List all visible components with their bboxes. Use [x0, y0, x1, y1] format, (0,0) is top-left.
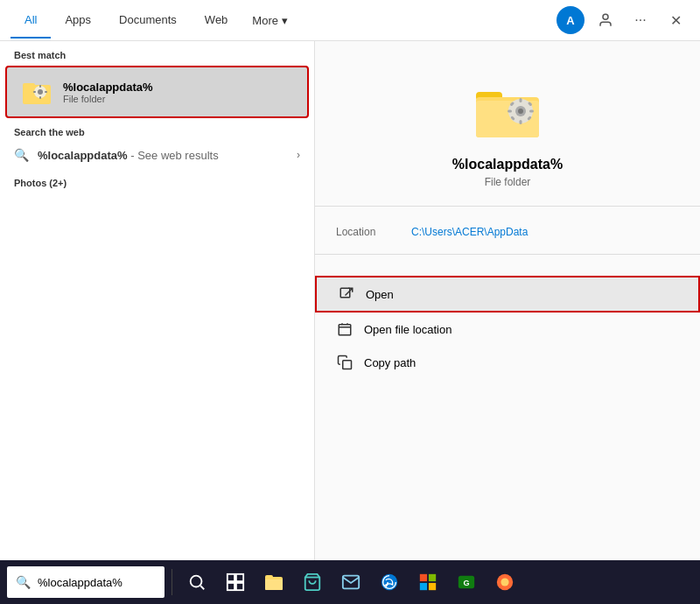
tab-documents[interactable]: Documents	[105, 3, 191, 39]
svg-rect-33	[265, 579, 283, 590]
svg-rect-8	[45, 91, 47, 93]
open-file-location-label: Open file location	[364, 323, 452, 336]
tab-apps[interactable]: Apps	[51, 3, 105, 39]
svg-rect-18	[529, 110, 534, 113]
content-area: Best match	[0, 41, 700, 560]
svg-rect-6	[39, 96, 41, 99]
best-match-folder-icon	[21, 76, 52, 108]
taskbar-color-btn[interactable]	[487, 565, 522, 600]
nav-right-controls: A ··· ✕	[556, 6, 690, 34]
result-meta: Location C:\Users\ACER\AppData	[315, 221, 700, 243]
svg-point-35	[382, 574, 397, 590]
best-match-item[interactable]: %localappdata% File folder	[5, 66, 309, 118]
right-panel: %localappdata% File folder Location C:\U…	[315, 41, 700, 560]
taskbar-msstore-btn[interactable]	[410, 565, 445, 600]
best-match-text: %localappdata% File folder	[63, 81, 153, 104]
chevron-right-icon: ›	[297, 149, 300, 161]
taskbar-edge-btn[interactable]	[372, 565, 407, 600]
user-avatar[interactable]: A	[556, 6, 584, 34]
svg-rect-17	[508, 110, 512, 113]
svg-rect-32	[265, 575, 273, 579]
svg-rect-28	[236, 574, 243, 581]
svg-rect-39	[429, 583, 436, 590]
taskbar-xbox-btn[interactable]: G	[449, 565, 484, 600]
svg-rect-25	[343, 361, 352, 369]
left-panel: Best match	[0, 41, 315, 560]
svg-point-4	[38, 89, 43, 95]
taskbar-separator	[172, 569, 172, 595]
taskbar-fileexplorer-btn[interactable]	[256, 565, 291, 600]
result-subtitle: File folder	[485, 176, 531, 188]
result-folder-icon-large	[472, 76, 542, 146]
location-row: Location C:\Users\ACER\AppData	[336, 221, 679, 243]
best-match-label: Best match	[0, 41, 314, 66]
location-label: Location	[336, 226, 397, 238]
svg-text:G: G	[463, 579, 469, 587]
svg-rect-38	[420, 583, 427, 590]
copy-icon	[336, 355, 354, 370]
taskbar-search-bar[interactable]: 🔍	[7, 566, 164, 598]
taskbar-search-btn[interactable]	[179, 565, 214, 600]
svg-rect-7	[33, 91, 36, 93]
copy-path-label: Copy path	[364, 356, 416, 369]
tab-more[interactable]: More ▾	[242, 4, 298, 38]
web-section-label: Search the web	[0, 118, 314, 141]
svg-point-26	[191, 576, 202, 587]
divider2	[315, 254, 700, 255]
search-icon: 🔍	[14, 148, 29, 162]
web-result-text: %localappdata% - See web results	[38, 149, 288, 162]
open-label: Open	[366, 288, 394, 301]
tab-web[interactable]: Web	[191, 3, 242, 39]
svg-rect-2	[23, 83, 35, 88]
location-value[interactable]: C:\Users\ACER\AppData	[411, 226, 528, 238]
svg-point-0	[603, 14, 608, 19]
open-icon	[338, 286, 355, 302]
divider	[315, 206, 700, 207]
person-icon[interactable]	[592, 6, 620, 34]
action-list: Open Open file location	[315, 276, 700, 379]
photos-label: Photos (2+)	[0, 169, 314, 192]
taskbar-mail-btn[interactable]	[333, 565, 368, 600]
svg-rect-30	[236, 583, 243, 590]
svg-rect-24	[339, 325, 351, 335]
svg-point-14	[518, 109, 523, 114]
more-options-icon[interactable]: ···	[626, 6, 654, 34]
svg-rect-37	[429, 574, 436, 581]
taskbar-taskview-btn[interactable]	[218, 565, 253, 600]
search-window: All Apps Documents Web More ▾ A ··· ✕ Be…	[0, 0, 700, 560]
taskbar-search-icon: 🔍	[16, 575, 31, 589]
result-title: %localappdata%	[452, 157, 563, 172]
svg-rect-5	[39, 85, 41, 88]
nav-tabs: All Apps Documents Web More ▾ A ··· ✕	[0, 0, 700, 41]
svg-rect-29	[228, 583, 234, 590]
open-file-location-action[interactable]: Open file location	[315, 313, 700, 346]
tab-all[interactable]: All	[10, 3, 51, 39]
svg-rect-16	[520, 120, 522, 124]
svg-point-43	[500, 578, 508, 586]
taskbar-search-input[interactable]	[38, 576, 156, 589]
svg-rect-27	[228, 574, 234, 581]
open-action[interactable]: Open	[315, 276, 700, 313]
copy-path-action[interactable]: Copy path	[315, 346, 700, 379]
taskbar: 🔍	[0, 560, 700, 604]
svg-rect-36	[420, 574, 427, 581]
web-result-item[interactable]: 🔍 %localappdata% - See web results ›	[0, 141, 314, 169]
svg-rect-15	[520, 98, 522, 102]
file-location-icon	[336, 321, 354, 337]
taskbar-store-btn[interactable]	[295, 565, 330, 600]
close-icon[interactable]: ✕	[662, 6, 690, 34]
